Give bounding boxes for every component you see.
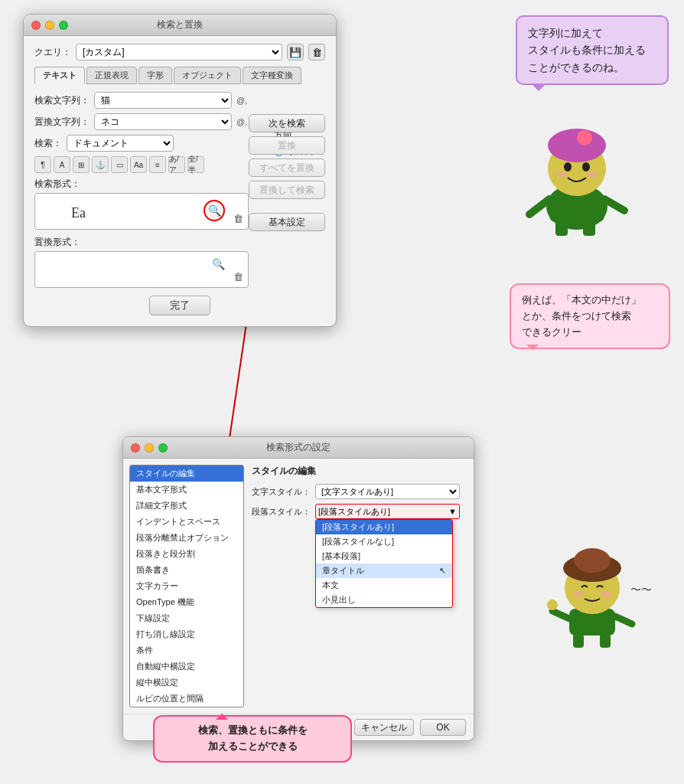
replace-label: 置換文字列： <box>34 116 90 129</box>
para-style-label: 段落スタイル： <box>252 506 311 518</box>
tab-regex[interactable]: 正規表現 <box>86 67 137 84</box>
left-item-opentype[interactable]: OpenType 機能 <box>130 594 243 610</box>
search-field-row: 検索文字列： 猫 @, <box>34 92 325 109</box>
para-style-icon[interactable]: ¶ <box>34 156 51 173</box>
format-dialog-title: 検索形式の設定 <box>266 441 331 454</box>
svg-line-20 <box>615 616 632 624</box>
left-item-strikethrough[interactable]: 打ち消し線設定 <box>130 626 243 642</box>
dropdown-item-3-text: 章タイトル <box>322 565 364 577</box>
tab-object[interactable]: オブジェクト <box>174 67 241 84</box>
svg-point-19 <box>547 599 558 610</box>
frame-icon[interactable]: ▭ <box>111 156 128 173</box>
format-dialog-body: スタイルの編集 基本文字形式 詳細文字形式 インデントとスペース 段落分離禁止オ… <box>123 459 474 714</box>
search-replace-dialog: 検索と置換 クエリ： [カスタム] 💾 🗑 テキスト 正規表現 字形 オブジェク… <box>23 14 337 327</box>
right-panel-title: スタイルの編集 <box>252 465 460 478</box>
left-item-para-split[interactable]: 段落きと段分割 <box>130 546 243 562</box>
width-icon[interactable]: 全/半 <box>187 156 204 173</box>
left-item-detail-char[interactable]: 詳細文字形式 <box>130 498 243 514</box>
tab-text[interactable]: テキスト <box>34 67 85 84</box>
tab-chartype[interactable]: 文字種変換 <box>243 67 301 84</box>
ok-btn[interactable]: OK <box>420 719 466 736</box>
save-query-icon[interactable]: 💾 <box>287 44 304 60</box>
svg-point-12 <box>577 130 592 145</box>
settings-btn[interactable]: 基本設定 <box>249 213 325 231</box>
left-item-char-color[interactable]: 文字カラー <box>130 578 243 594</box>
replace-format-box: 🔍 🗑 <box>34 251 249 288</box>
replace-find-btn[interactable]: 置換して検索 <box>249 181 325 199</box>
para-style-container: [段落スタイルあり] ▼ [段落スタイルあり] [段落スタイルなし] [基本段落… <box>315 504 460 519</box>
svg-point-23 <box>574 548 611 573</box>
left-item-tate[interactable]: 縦中横設定 <box>130 675 243 691</box>
delete-replace-format-icon[interactable]: 🗑 <box>233 271 243 283</box>
left-item-list[interactable]: 箇条書き <box>130 562 243 578</box>
cursor-arrow: ↖ <box>439 566 446 576</box>
svg-rect-5 <box>583 220 595 236</box>
left-item-basic-char[interactable]: 基本文字形式 <box>130 482 243 498</box>
kana-icon[interactable]: あ/ア <box>168 156 185 173</box>
close-button[interactable] <box>31 21 41 30</box>
minimize-button[interactable] <box>45 21 54 30</box>
left-item-ruby[interactable]: ルビの位置と間隔 <box>130 691 243 707</box>
search-at-btn[interactable]: @, <box>236 96 247 105</box>
delete-search-format-icon[interactable]: 🗑 <box>233 213 243 224</box>
para-style-select-box[interactable]: [段落スタイルあり] ▼ <box>315 504 460 519</box>
add-style-btn[interactable]: 🔍 <box>204 200 225 221</box>
character-top <box>516 46 638 248</box>
svg-line-7 <box>604 199 624 211</box>
tab-glyph[interactable]: 字形 <box>138 67 172 84</box>
left-item-para-break[interactable]: 段落分離禁止オプション <box>130 530 243 546</box>
para-style-row: 段落スタイル： [段落スタイルあり] ▼ [段落スタイルあり] [段落スタイルな… <box>252 504 460 519</box>
done-btn[interactable]: 完了 <box>149 296 210 315</box>
add-replace-style-icon[interactable]: 🔍 <box>212 258 225 270</box>
query-select[interactable]: [カスタム] <box>76 44 282 60</box>
left-panel: スタイルの編集 基本文字形式 詳細文字形式 インデントとスペース 段落分離禁止オ… <box>129 465 244 707</box>
search-input[interactable]: 猫 <box>94 92 232 109</box>
dialog-title: 検索と置換 <box>157 18 203 31</box>
format-min-btn[interactable] <box>145 443 154 452</box>
left-item-auto-tate[interactable]: 自動縦中横設定 <box>130 658 243 675</box>
replace-btn[interactable]: 置換 <box>249 136 325 155</box>
replace-all-btn[interactable]: すべてを置換 <box>249 158 325 177</box>
format-window-controls <box>131 443 168 452</box>
format-max-btn[interactable] <box>158 443 168 452</box>
delete-query-icon[interactable]: 🗑 <box>308 44 325 60</box>
list-icon[interactable]: ≡ <box>149 156 166 173</box>
left-item-style-edit[interactable]: スタイルの編集 <box>130 466 243 482</box>
dialog-titlebar: 検索と置換 <box>24 15 336 36</box>
tabs-row: テキスト 正規表現 字形 オブジェクト 文字種変換 <box>34 67 325 84</box>
window-controls <box>31 21 68 30</box>
replace-at-btn[interactable]: @, <box>236 117 247 126</box>
left-item-indent-space[interactable]: インデントとスペース <box>130 514 243 530</box>
action-buttons: 次を検索 置換 すべてを置換 置換して検索 基本設定 <box>249 114 325 231</box>
anchor-icon[interactable]: ⚓ <box>92 156 109 173</box>
maximize-button[interactable] <box>59 21 68 30</box>
replace-input[interactable]: ネコ <box>94 113 232 130</box>
next-search-btn[interactable]: 次を検索 <box>249 114 325 132</box>
cancel-btn[interactable]: キャンセル <box>354 719 414 736</box>
left-item-underline[interactable]: 下線設定 <box>130 610 243 626</box>
para-style-current: [段落スタイルあり] <box>318 506 390 518</box>
aa-icon[interactable]: Aa <box>130 156 147 173</box>
scope-select[interactable]: ドキュメント <box>67 135 174 152</box>
char-style-select[interactable]: [文字スタイルあり] <box>315 484 460 499</box>
dropdown-item-1[interactable]: [段落スタイルなし] <box>316 534 452 549</box>
query-row: クエリ： [カスタム] 💾 🗑 <box>34 44 325 60</box>
format-settings-dialog: 検索形式の設定 スタイルの編集 基本文字形式 詳細文字形式 インデントとスペース… <box>122 436 474 741</box>
dropdown-item-0[interactable]: [段落スタイルあり] <box>316 520 452 534</box>
svg-rect-16 <box>573 634 584 648</box>
dropdown-item-5[interactable]: 小見出し <box>316 593 452 607</box>
dropdown-item-4[interactable]: 本文 <box>316 578 452 593</box>
bubble-middle: 例えば、「本文の中だけ」とか、条件をつけて検索できるクリー <box>510 283 670 349</box>
svg-text:〜〜: 〜〜 <box>630 583 652 596</box>
dialog-body: クエリ： [カスタム] 💾 🗑 テキスト 正規表現 字形 オブジェクト 文字種変… <box>24 36 336 326</box>
left-item-condition[interactable]: 条件 <box>130 642 243 658</box>
bubble-bottom: 検索、置換ともに条件を加えることができる <box>153 715 352 763</box>
svg-rect-4 <box>555 220 568 236</box>
table-icon[interactable]: ⊞ <box>73 156 90 173</box>
replace-format-section: 置換形式： 🔍 🗑 <box>34 236 325 288</box>
dropdown-item-2[interactable]: [基本段落] <box>316 549 452 564</box>
svg-point-25 <box>601 591 611 597</box>
dropdown-item-3[interactable]: 章タイトル ↖ <box>316 564 452 578</box>
char-style-icon[interactable]: A <box>54 156 70 173</box>
format-close-btn[interactable] <box>131 443 140 452</box>
